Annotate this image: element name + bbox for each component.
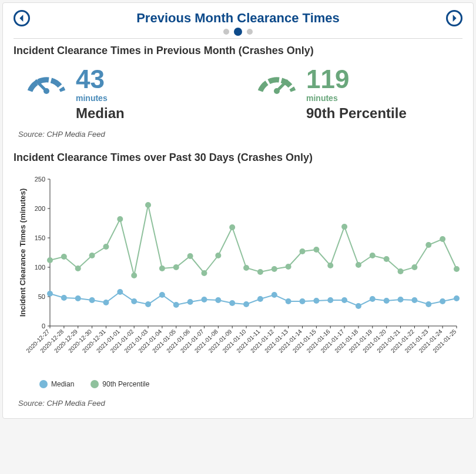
svg-point-29 bbox=[187, 299, 193, 305]
chart-legend: Median 90th Percentile bbox=[16, 380, 462, 388]
svg-point-75 bbox=[411, 264, 417, 270]
svg-point-40 bbox=[341, 297, 347, 303]
svg-text:150: 150 bbox=[35, 234, 45, 241]
svg-point-48 bbox=[454, 295, 460, 301]
kpi-median-unit: minutes bbox=[76, 93, 125, 103]
svg-point-71 bbox=[356, 262, 361, 268]
section-title-kpi: Incident Clearance Times in Previous Mon… bbox=[14, 45, 462, 57]
kpi-90th-percentile: 119 minutes 90th Percentile bbox=[256, 66, 462, 122]
svg-point-53 bbox=[103, 244, 109, 250]
kpi-pct-text: 119 minutes 90th Percentile bbox=[306, 66, 407, 122]
svg-point-51 bbox=[75, 265, 81, 271]
page-dot[interactable] bbox=[247, 29, 253, 35]
svg-point-60 bbox=[201, 270, 207, 276]
page-dot[interactable] bbox=[223, 29, 229, 35]
svg-point-31 bbox=[215, 297, 221, 303]
legend-item-pct: 90th Percentile bbox=[90, 380, 149, 388]
svg-point-74 bbox=[398, 268, 404, 274]
page-indicator bbox=[14, 29, 462, 36]
svg-point-33 bbox=[243, 301, 249, 307]
line-chart: 050100150200250Incident Clearance Times … bbox=[16, 173, 462, 373]
kpi-median-label: Median bbox=[76, 105, 125, 122]
svg-point-76 bbox=[425, 242, 431, 248]
page-dot-active[interactable] bbox=[234, 28, 242, 36]
svg-point-38 bbox=[313, 298, 319, 304]
svg-point-72 bbox=[370, 253, 376, 258]
dashboard-card: Previous Month Clearance Times Incident … bbox=[2, 2, 474, 419]
next-page-button[interactable] bbox=[446, 10, 462, 26]
kpi-pct-value: 119 bbox=[306, 66, 407, 92]
kpi-median: 43 minutes Median bbox=[25, 66, 232, 122]
svg-point-49 bbox=[47, 257, 53, 263]
svg-point-43 bbox=[384, 298, 390, 304]
svg-point-52 bbox=[89, 253, 95, 258]
svg-point-65 bbox=[271, 266, 277, 272]
kpi-row: 43 minutes Median 119 minutes 90th Perce… bbox=[14, 66, 462, 122]
svg-point-27 bbox=[159, 292, 165, 298]
svg-point-42 bbox=[370, 296, 376, 302]
svg-point-56 bbox=[145, 202, 151, 208]
chart-container: 050100150200250Incident Clearance Times … bbox=[14, 173, 462, 388]
svg-text:250: 250 bbox=[35, 176, 45, 183]
prev-page-button[interactable] bbox=[14, 10, 30, 26]
svg-point-25 bbox=[131, 298, 137, 304]
svg-point-78 bbox=[454, 266, 460, 272]
svg-point-70 bbox=[341, 224, 347, 230]
kpi-pct-label: 90th Percentile bbox=[306, 105, 407, 122]
svg-point-73 bbox=[384, 256, 390, 262]
svg-point-54 bbox=[117, 216, 123, 222]
svg-point-68 bbox=[313, 247, 319, 253]
svg-point-46 bbox=[425, 301, 431, 307]
svg-point-37 bbox=[300, 298, 306, 304]
legend-dot-icon bbox=[90, 380, 99, 388]
svg-point-26 bbox=[145, 301, 151, 307]
chevron-right-icon bbox=[451, 15, 458, 22]
svg-point-55 bbox=[131, 273, 137, 278]
svg-point-66 bbox=[286, 264, 291, 270]
svg-point-24 bbox=[117, 289, 123, 295]
svg-text:Incident Clearance Times (minu: Incident Clearance Times (minutes) bbox=[18, 189, 27, 317]
source-note-chart: Source: CHP Media Feed bbox=[18, 399, 462, 408]
kpi-median-value: 43 bbox=[76, 66, 125, 92]
svg-text:200: 200 bbox=[35, 205, 45, 212]
svg-point-36 bbox=[286, 298, 291, 304]
gauge-icon bbox=[256, 66, 298, 96]
svg-point-69 bbox=[327, 263, 333, 268]
svg-point-23 bbox=[103, 300, 109, 305]
svg-text:0: 0 bbox=[42, 322, 45, 330]
gauge-icon bbox=[25, 66, 68, 96]
svg-text:50: 50 bbox=[38, 293, 45, 300]
svg-point-19 bbox=[47, 291, 53, 297]
svg-point-32 bbox=[229, 300, 235, 306]
svg-text:100: 100 bbox=[35, 264, 45, 271]
source-note-kpi: Source: CHP Media Feed bbox=[18, 130, 462, 139]
card-header: Previous Month Clearance Times bbox=[14, 10, 462, 30]
svg-point-50 bbox=[61, 254, 67, 260]
svg-point-44 bbox=[398, 297, 404, 302]
legend-label-pct: 90th Percentile bbox=[102, 380, 149, 388]
svg-point-77 bbox=[440, 236, 445, 242]
svg-point-28 bbox=[173, 302, 179, 308]
kpi-median-text: 43 minutes Median bbox=[76, 66, 125, 122]
legend-item-median: Median bbox=[39, 380, 74, 388]
svg-point-47 bbox=[440, 298, 445, 304]
kpi-pct-unit: minutes bbox=[306, 93, 407, 103]
svg-point-45 bbox=[411, 297, 417, 303]
svg-point-39 bbox=[327, 297, 333, 303]
svg-point-57 bbox=[159, 265, 165, 271]
svg-point-59 bbox=[187, 253, 193, 259]
divider bbox=[14, 38, 462, 39]
svg-point-30 bbox=[201, 297, 207, 302]
svg-point-20 bbox=[61, 295, 67, 301]
svg-point-67 bbox=[300, 248, 306, 254]
section-title-chart: Incident Clearance Times over Past 30 Da… bbox=[14, 152, 462, 164]
svg-point-22 bbox=[89, 297, 95, 303]
legend-dot-icon bbox=[39, 380, 48, 388]
svg-point-64 bbox=[257, 269, 263, 275]
svg-point-63 bbox=[243, 265, 249, 271]
svg-point-34 bbox=[257, 296, 263, 302]
svg-point-61 bbox=[215, 253, 221, 258]
svg-point-35 bbox=[271, 292, 277, 298]
svg-point-21 bbox=[75, 295, 81, 301]
legend-label-median: Median bbox=[51, 380, 74, 388]
